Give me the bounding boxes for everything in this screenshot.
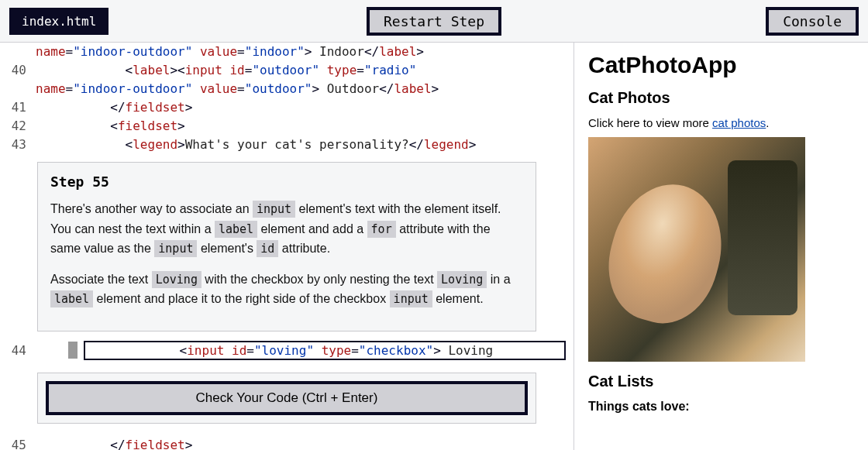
preview-pane: CatPhotoApp Cat Photos Click here to vie… — [574, 43, 868, 450]
console-button[interactable]: Console — [766, 7, 859, 36]
top-bar: index.html Restart Step Console — [0, 0, 868, 43]
preview-period: . — [766, 116, 769, 129]
step-paragraph-1: There's another way to associate an inpu… — [50, 199, 523, 259]
editable-code-input[interactable]: <input id="loving" type="checkbox"> Lovi… — [84, 341, 566, 360]
restart-step-button[interactable]: Restart Step — [367, 7, 501, 36]
code-line: 45 </fieldset> — [0, 436, 574, 450]
editable-code-row: 44 <input id="loving" type="checkbox"> L… — [0, 339, 574, 362]
step-body: There's another way to associate an inpu… — [50, 199, 523, 309]
step-paragraph-2: Associate the text Loving with the check… — [50, 270, 523, 309]
inline-code: Loving — [152, 271, 202, 288]
code-block-after: 45 </fieldset> — [0, 436, 574, 450]
step-title: Step 55 — [50, 173, 523, 190]
inline-code: id — [257, 240, 278, 257]
inline-code: input — [154, 240, 197, 257]
line-number: 44 — [0, 343, 36, 358]
step-instructions-panel: Step 55 There's another way to associate… — [37, 162, 536, 331]
preview-h3-love: Things cats love: — [588, 400, 854, 414]
inline-code: Loving — [437, 271, 487, 288]
inline-code: label — [215, 221, 257, 238]
check-button-wrap: Check Your Code (Ctrl + Enter) — [37, 373, 536, 424]
code-line: 43 <legend>What's your cat's personality… — [0, 136, 574, 154]
cat-image — [588, 137, 805, 362]
file-tab[interactable]: index.html — [9, 8, 108, 35]
cat-photos-link[interactable]: cat photos — [712, 116, 766, 129]
code-line: 42 <fieldset> — [0, 117, 574, 136]
editor-pane[interactable]: name="indoor-outdoor" value="indoor"> In… — [0, 43, 574, 450]
code-line: 40 <label><input id="outdoor" type="radi… — [0, 61, 574, 80]
preview-h2-lists: Cat Lists — [588, 373, 854, 390]
inline-code: input — [390, 290, 432, 307]
code-line: 41 </fieldset> — [0, 98, 574, 117]
inline-code: label — [50, 290, 93, 307]
preview-text: Click here to view more — [588, 116, 712, 129]
editable-gutter-marker — [68, 342, 78, 359]
main-area: name="indoor-outdoor" value="indoor"> In… — [0, 43, 868, 450]
preview-link-paragraph: Click here to view more cat photos. — [588, 116, 854, 129]
code-block-before: name="indoor-outdoor" value="indoor"> In… — [0, 43, 574, 154]
inline-code: for — [367, 221, 396, 238]
inline-code: input — [253, 201, 295, 218]
check-code-button[interactable]: Check Your Code (Ctrl + Enter) — [46, 381, 528, 415]
preview-h1: CatPhotoApp — [588, 52, 854, 78]
preview-h2-photos: Cat Photos — [588, 89, 854, 107]
